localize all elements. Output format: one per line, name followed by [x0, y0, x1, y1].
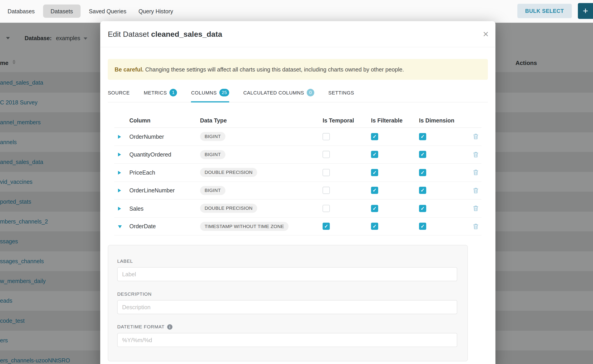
delete-column-button[interactable] — [470, 223, 481, 229]
datetime-format-input[interactable] — [117, 333, 457, 347]
nav-item-databases[interactable]: Databases — [2, 5, 41, 18]
is-temporal-checkbox[interactable] — [323, 151, 330, 158]
is-filterable-checkbox[interactable]: ✓ — [371, 169, 378, 176]
trash-icon — [473, 205, 478, 211]
is-filterable-checkbox[interactable]: ✓ — [371, 133, 378, 140]
column-data-type: DOUBLE PRECISION — [200, 204, 322, 213]
add-dataset-button[interactable]: + — [578, 3, 593, 19]
trash-icon — [473, 152, 478, 158]
column-data-type: TIMESTAMP WITHOUT TIME ZONE — [200, 222, 322, 231]
is-dimension-checkbox[interactable]: ✓ — [419, 205, 426, 212]
is-dimension-checkbox[interactable]: ✓ — [419, 133, 426, 140]
expand-caret-icon — [118, 207, 121, 210]
expand-toggle[interactable] — [114, 151, 129, 158]
tab-count-badge: 0 — [307, 89, 314, 97]
column-data-type: BIGINT — [200, 150, 322, 159]
delete-column-button[interactable] — [470, 152, 481, 158]
nav-item-saved-queries[interactable]: Saved Queries — [83, 5, 132, 18]
is-temporal-checkbox[interactable] — [323, 133, 330, 140]
description-field-label: DESCRIPTION — [117, 291, 457, 297]
is-filterable-checkbox[interactable]: ✓ — [371, 223, 378, 230]
warning-banner: Be careful. Changing these settings will… — [108, 59, 488, 80]
trash-icon — [473, 223, 478, 229]
expand-toggle[interactable] — [114, 133, 129, 140]
is-temporal-checkbox[interactable]: ✓ — [323, 223, 330, 230]
header-is-temporal: Is Temporal — [322, 117, 370, 123]
top-nav: Databases Datasets Saved Queries Query H… — [0, 0, 593, 23]
tab-label: SETTINGS — [328, 90, 354, 95]
column-data-type: BIGINT — [200, 186, 322, 195]
is-temporal-checkbox[interactable] — [323, 187, 330, 194]
delete-column-button[interactable] — [470, 187, 481, 194]
is-temporal-checkbox[interactable] — [323, 205, 330, 212]
data-type-pill: DOUBLE PRECISION — [200, 204, 257, 213]
column-row: QuantityOrderedBIGINT✓✓ — [114, 146, 481, 164]
label-field-group: LABEL — [117, 259, 457, 281]
tab-settings[interactable]: SETTINGS — [328, 89, 354, 102]
column-row: PriceEachDOUBLE PRECISION✓✓ — [114, 164, 481, 182]
tab-metrics[interactable]: METRICS1 — [144, 89, 177, 102]
delete-column-button[interactable] — [470, 134, 481, 140]
is-temporal-checkbox[interactable] — [323, 169, 330, 176]
delete-column-button[interactable] — [470, 169, 481, 176]
is-filterable-checkbox[interactable]: ✓ — [371, 187, 378, 194]
nav-item-datasets[interactable]: Datasets — [43, 5, 80, 18]
header-is-dimension: Is Dimension — [418, 117, 470, 123]
expand-toggle[interactable] — [114, 223, 129, 229]
header-is-filterable: Is Filterable — [370, 117, 418, 123]
is-dimension-checkbox[interactable]: ✓ — [419, 169, 426, 176]
column-row: OrderNumberBIGINT✓✓ — [114, 128, 481, 146]
columns-table-rows: OrderNumberBIGINT✓✓QuantityOrderedBIGINT… — [114, 128, 481, 235]
column-name: OrderLineNumber — [129, 187, 200, 194]
tab-label: SOURCE — [108, 90, 130, 95]
is-dimension-checkbox[interactable]: ✓ — [419, 187, 426, 194]
modal-header: Edit Dataset cleaned_sales_data × — [100, 21, 495, 47]
description-input[interactable] — [117, 300, 457, 314]
label-input[interactable] — [117, 267, 457, 281]
is-dimension-checkbox[interactable]: ✓ — [419, 223, 426, 230]
bulk-select-button[interactable]: BULK SELECT — [517, 4, 572, 18]
expand-toggle[interactable] — [114, 169, 129, 176]
is-filterable-checkbox[interactable]: ✓ — [371, 205, 378, 212]
expand-caret-icon — [118, 153, 121, 157]
tab-count-badge: 1 — [170, 89, 177, 97]
nav-item-query-history[interactable]: Query History — [132, 5, 179, 18]
data-type-pill: BIGINT — [200, 150, 225, 159]
column-name: PriceEach — [129, 169, 200, 176]
tab-count-badge: 25 — [219, 89, 229, 97]
tab-label: COLUMNS — [191, 90, 217, 95]
datetime-format-field-group: DATETIME FORMAT i — [117, 324, 457, 347]
tab-source[interactable]: SOURCE — [108, 89, 130, 102]
expand-caret-icon — [118, 189, 121, 193]
data-type-pill: TIMESTAMP WITHOUT TIME ZONE — [200, 222, 289, 231]
collapse-caret-icon — [118, 225, 122, 228]
is-filterable-checkbox[interactable]: ✓ — [371, 151, 378, 158]
modal-tabs: SOURCEMETRICS1COLUMNS25CALCULATED COLUMN… — [108, 89, 488, 102]
expand-toggle[interactable] — [114, 205, 129, 212]
warning-bold-text: Be careful. — [115, 66, 144, 72]
trash-icon — [473, 134, 478, 140]
tab-label: METRICS — [144, 90, 167, 95]
header-column: Column — [129, 117, 200, 123]
modal-title-dataset-name: cleaned_sales_data — [151, 30, 222, 38]
column-row: OrderLineNumberBIGINT✓✓ — [114, 182, 481, 200]
edit-dataset-modal: Edit Dataset cleaned_sales_data × Be car… — [100, 21, 495, 364]
delete-column-button[interactable] — [470, 205, 481, 211]
tab-calculated-columns[interactable]: CALCULATED COLUMNS0 — [243, 89, 314, 102]
close-icon[interactable]: × — [483, 29, 488, 39]
columns-table: Column Data Type Is Temporal Is Filterab… — [114, 113, 481, 235]
modal-body: Be careful. Changing these settings will… — [100, 59, 495, 361]
expand-toggle[interactable] — [114, 187, 129, 194]
expand-caret-icon — [118, 171, 121, 175]
data-type-pill: BIGINT — [200, 186, 225, 195]
datetime-format-label-text: DATETIME FORMAT — [117, 324, 165, 330]
tab-columns[interactable]: COLUMNS25 — [191, 89, 229, 102]
column-name: OrderDate — [129, 223, 200, 229]
is-dimension-checkbox[interactable]: ✓ — [419, 151, 426, 158]
column-data-type: DOUBLE PRECISION — [200, 168, 322, 177]
info-icon[interactable]: i — [167, 324, 172, 330]
column-data-type: BIGINT — [200, 132, 322, 141]
description-field-group: DESCRIPTION — [117, 291, 457, 314]
tab-label: CALCULATED COLUMNS — [243, 90, 304, 95]
column-name: Sales — [129, 205, 200, 212]
